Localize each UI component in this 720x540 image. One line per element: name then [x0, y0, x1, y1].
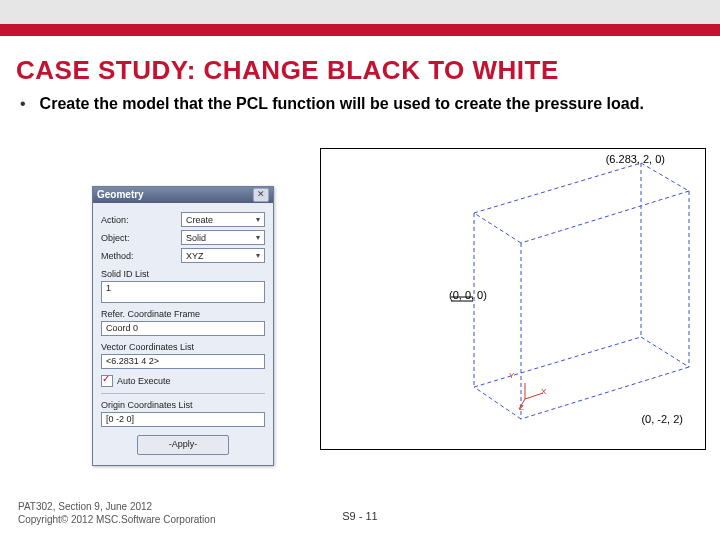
object-label: Object: — [101, 233, 130, 243]
bullet-text: Create the model that the PCL function w… — [40, 94, 644, 114]
footer: PAT302, Section 9, June 2012 Copyright© … — [18, 500, 215, 526]
apply-button[interactable]: -Apply- — [137, 435, 229, 455]
solid-id-list[interactable]: 1 — [101, 281, 265, 303]
coord-label-top: (6.283, 2, 0) — [606, 153, 665, 165]
method-select[interactable]: XYZ — [181, 248, 265, 263]
svg-line-7 — [474, 387, 521, 419]
svg-line-3 — [474, 213, 521, 243]
vector-input[interactable]: <6.2831 4 2> — [101, 354, 265, 369]
action-label: Action: — [101, 215, 129, 225]
coord-label-origin: (0, 0, 0) — [449, 289, 487, 301]
slide-accent-strip — [0, 24, 720, 36]
geometry-dialog: Geometry ✕ Action: Create Object: Solid … — [92, 186, 274, 466]
bullet-dot: • — [20, 94, 26, 114]
axis-x-label: X — [541, 387, 546, 396]
slide-title: CASE STUDY: CHANGE BLACK TO WHITE — [16, 55, 559, 86]
svg-line-5 — [641, 337, 689, 367]
close-icon[interactable]: ✕ — [253, 188, 269, 202]
vector-label: Vector Coordinates List — [101, 342, 265, 352]
coord-label-bottom: (0, -2, 2) — [641, 413, 683, 425]
footer-line2: Copyright© 2012 MSC.Software Corporation — [18, 513, 215, 526]
auto-execute-checkbox[interactable]: Auto Execute — [101, 375, 265, 387]
action-select[interactable]: Create — [181, 212, 265, 227]
coord-frame-label: Refer. Coordinate Frame — [101, 309, 265, 319]
auto-execute-label: Auto Execute — [117, 376, 171, 386]
dialog-titlebar: Geometry ✕ — [93, 187, 273, 203]
coord-frame-input[interactable]: Coord 0 — [101, 321, 265, 336]
footer-line1: PAT302, Section 9, June 2012 — [18, 500, 215, 513]
dialog-title: Geometry — [97, 187, 144, 203]
wireframe-svg — [321, 149, 705, 449]
origin-input[interactable]: [0 -2 0] — [101, 412, 265, 427]
svg-line-2 — [521, 191, 689, 243]
slide-bullet: • Create the model that the PCL function… — [20, 94, 704, 114]
checkbox-icon — [101, 375, 113, 387]
svg-line-1 — [641, 163, 689, 191]
slide-top-bar — [0, 0, 720, 24]
model-view: (6.283, 2, 0) (0, 0, 0) (0, -2, 2) Y X Z — [320, 148, 706, 450]
solid-id-label: Solid ID List — [101, 269, 265, 279]
method-label: Method: — [101, 251, 134, 261]
axis-triad: Y X Z — [517, 381, 547, 411]
svg-line-4 — [474, 337, 641, 387]
axis-y-label: Y — [509, 371, 514, 380]
divider — [101, 393, 265, 394]
object-select[interactable]: Solid — [181, 230, 265, 245]
page-number: S9 - 11 — [342, 510, 377, 522]
origin-label: Origin Coordinates List — [101, 400, 265, 410]
svg-line-0 — [474, 163, 641, 213]
axis-z-label: Z — [519, 403, 524, 412]
